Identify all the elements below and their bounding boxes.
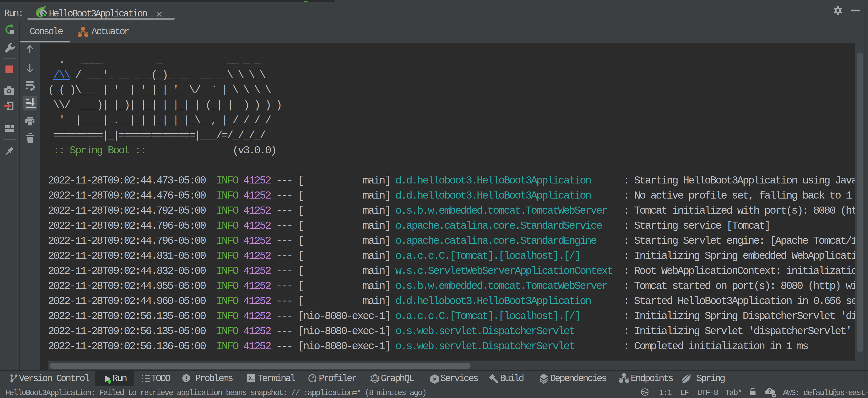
svg-text:?: ? bbox=[768, 389, 771, 395]
